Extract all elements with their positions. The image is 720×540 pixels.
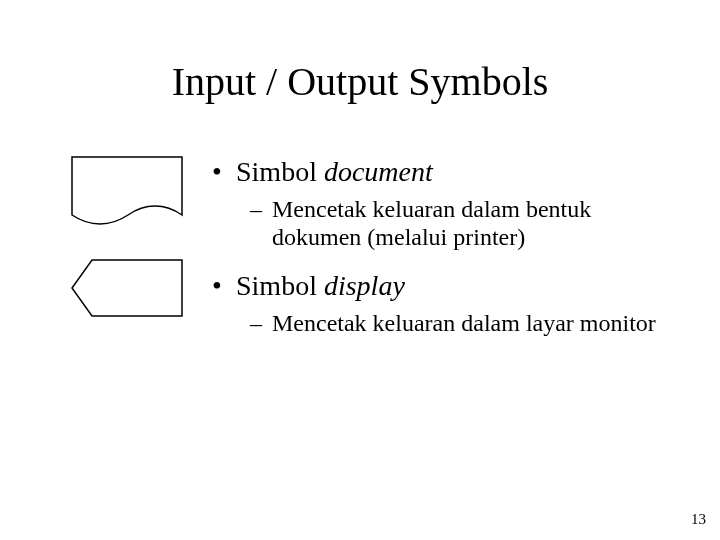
bullet-display-prefix: Simbol [236, 270, 324, 301]
bullet-document-em: document [324, 156, 433, 187]
bullet-document-desc: Mencetak keluaran dalam bentuk dokumen (… [210, 195, 680, 252]
bullet-document: Simbol document [210, 155, 680, 189]
bullet-display-desc: Mencetak keluaran dalam layar monitor [210, 309, 680, 337]
content-area: Simbol document Mencetak keluaran dalam … [210, 155, 680, 355]
document-symbol-icon [70, 155, 185, 235]
bullet-display: Simbol display [210, 269, 680, 303]
slide: Input / Output Symbols Simbol document M… [0, 0, 720, 540]
slide-title: Input / Output Symbols [0, 58, 720, 105]
bullet-display-em: display [324, 270, 405, 301]
bullet-document-prefix: Simbol [236, 156, 324, 187]
display-symbol-icon [70, 258, 185, 318]
page-number: 13 [691, 511, 706, 528]
